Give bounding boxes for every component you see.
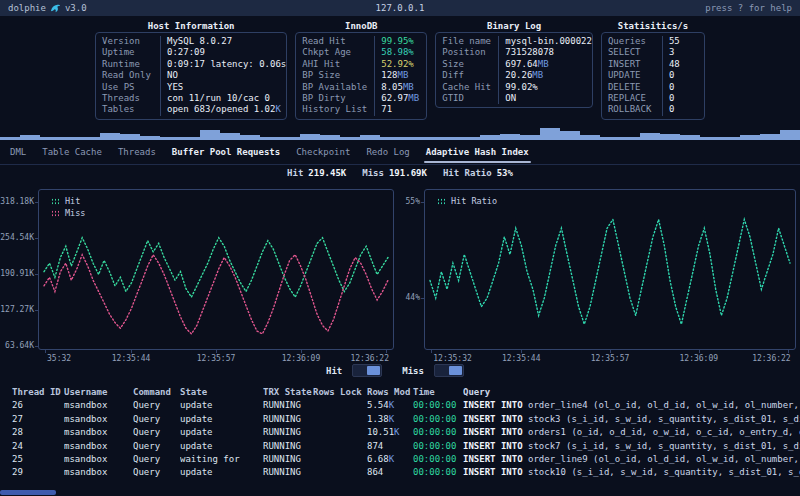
x-axis-tick bbox=[386, 349, 387, 353]
username-cell: msandbox bbox=[64, 426, 133, 439]
panel-row-label: INSERT bbox=[602, 59, 663, 70]
hit-series-switch[interactable] bbox=[352, 364, 382, 377]
panel-row: AHI Hit52.92% bbox=[296, 59, 426, 70]
y-axis-tick bbox=[421, 298, 425, 299]
spark-bar bbox=[660, 134, 680, 140]
process-row[interactable]: 26msandboxQueryupdateRUNNING5.54K00:00:0… bbox=[0, 399, 800, 412]
panel-title: Binary Log bbox=[435, 20, 593, 32]
process-row[interactable]: 28msandboxQueryupdateRUNNING10.51K00:00:… bbox=[0, 426, 800, 439]
tab-dml[interactable]: DML bbox=[10, 147, 26, 157]
processlist-table: Thread IDUsernameCommandStateTRX StateRo… bbox=[0, 381, 800, 480]
panel-row-label: SELECT bbox=[602, 47, 663, 58]
graph-stats-header: Hit219.45K Miss191.69K Hit Ratio53% bbox=[0, 165, 800, 178]
y-axis-tick bbox=[35, 346, 39, 347]
command-cell: Query bbox=[133, 426, 180, 439]
panel-row: Read OnlyNO bbox=[96, 70, 286, 81]
panel-body: File namemysql-bin.000022Position7315280… bbox=[435, 32, 593, 108]
x-axis-tick bbox=[521, 349, 522, 353]
time-cell: 00:00:00 bbox=[413, 453, 463, 466]
state-cell: update bbox=[180, 399, 263, 412]
panel-row-label: BP Available bbox=[296, 82, 375, 93]
panel-row-label: File name bbox=[436, 36, 499, 47]
username-cell: msandbox bbox=[64, 440, 133, 453]
tab-table-cache[interactable]: Table Cache bbox=[42, 147, 102, 157]
panel-row: Queries55 bbox=[602, 36, 704, 47]
y-axis-tick bbox=[35, 238, 39, 239]
app-name: dolphie bbox=[8, 3, 46, 13]
host-address: 127.0.0.1 bbox=[269, 3, 530, 13]
state-cell: update bbox=[180, 426, 263, 439]
y-axis-tick bbox=[421, 202, 425, 203]
spark-bar bbox=[140, 136, 160, 140]
dashboard-panels: Host Information VersionMySQL 8.0.27Upti… bbox=[0, 16, 800, 123]
activity-sparkline bbox=[0, 126, 800, 140]
y-axis-label: 318.18K bbox=[0, 197, 34, 206]
scrollbar-thumb[interactable] bbox=[0, 490, 56, 495]
spark-bar bbox=[640, 133, 660, 140]
value-unit: K bbox=[389, 414, 394, 424]
value-unit: K bbox=[275, 104, 280, 114]
sql-keyword: INSERT INTO bbox=[463, 400, 528, 410]
thread-id-cell: 25 bbox=[12, 453, 64, 466]
processlist-header-row: Thread IDUsernameCommandStateTRX StateRo… bbox=[0, 386, 800, 399]
panel-row: History List71 bbox=[296, 104, 426, 115]
series-dots-icon bbox=[437, 198, 446, 205]
process-row[interactable]: 25msandboxQuerywaiting forRUNNING6.68K00… bbox=[0, 453, 800, 466]
process-row[interactable]: 27msandboxQueryupdateRUNNING1.38K00:00:0… bbox=[0, 413, 800, 426]
miss-series-switch[interactable] bbox=[434, 364, 464, 377]
time-cell: 00:00:00 bbox=[413, 466, 463, 479]
chart-canvas bbox=[425, 190, 795, 349]
innodb-panel: InnoDB Read Hit99.95%Chkpt Age58.98%AHI … bbox=[295, 20, 427, 120]
spark-bar bbox=[160, 137, 180, 140]
miss-stat-label: Miss bbox=[362, 168, 384, 178]
panel-row-value: 99.95% bbox=[375, 36, 414, 47]
value-unit: K bbox=[389, 400, 394, 410]
spark-bar bbox=[80, 137, 100, 140]
panel-row-value: 3 bbox=[663, 47, 674, 58]
sql-keyword: INSERT INTO bbox=[463, 441, 528, 451]
process-row[interactable]: 29msandboxQueryupdateRUNNING86400:00:00I… bbox=[0, 466, 800, 479]
tab-redo-log[interactable]: Redo Log bbox=[366, 147, 409, 157]
spark-bar bbox=[240, 135, 260, 140]
spark-bar bbox=[220, 133, 240, 140]
title-bar: dolphie v3.0 127.0.0.1 press ? for help bbox=[0, 0, 800, 16]
chart-canvas bbox=[39, 190, 393, 349]
chart-legend: Hit Ratio bbox=[437, 196, 497, 206]
spark-bar bbox=[720, 137, 740, 140]
spark-bar bbox=[380, 137, 400, 140]
panel-row-label: Threads bbox=[96, 93, 161, 104]
tab-checkpoint[interactable]: Checkpoint bbox=[296, 147, 350, 157]
panel-row-label: History List bbox=[296, 104, 375, 115]
panel-row-value: con 11/run 10/cac 0 bbox=[161, 93, 270, 104]
process-row[interactable]: 24msandboxQueryupdateRUNNING87400:00:00I… bbox=[0, 440, 800, 453]
rows-lock-cell bbox=[313, 426, 367, 439]
panel-body: Read Hit99.95%Chkpt Age58.98%AHI Hit52.9… bbox=[295, 32, 427, 120]
hit-stat-value: 219.45K bbox=[308, 168, 346, 178]
panel-row-label: Use PS bbox=[96, 82, 161, 93]
title-bar-left: dolphie v3.0 bbox=[8, 3, 269, 14]
tab-adaptive-hash-index[interactable]: Adaptive Hash Index bbox=[426, 147, 529, 157]
legend-label: Hit bbox=[65, 196, 80, 206]
panel-row-label: Diff bbox=[436, 70, 499, 81]
legend-item: Miss bbox=[51, 208, 85, 218]
panel-row: File namemysql-bin.000022 bbox=[436, 36, 592, 47]
spark-bar bbox=[500, 134, 520, 140]
panel-row: Read Hit99.95% bbox=[296, 36, 426, 47]
panel-row-value: 62.97MB bbox=[375, 93, 419, 104]
statistics-panel: Statisitics/s Queries55SELECT3INSERT48UP… bbox=[601, 20, 705, 120]
hit-ratio-stat-label: Hit Ratio bbox=[443, 168, 492, 178]
x-axis-tick bbox=[431, 349, 432, 353]
query-cell: INSERT INTO stock7 (s_i_id, s_w_id, s_qu… bbox=[463, 440, 800, 453]
panel-row-value: NO bbox=[161, 70, 178, 81]
tab-threads[interactable]: Threads bbox=[118, 147, 156, 157]
query-cell: INSERT INTO orders1 (o_id, o_d_id, o_w_i… bbox=[463, 426, 800, 439]
spark-bar bbox=[100, 133, 120, 140]
horizontal-scrollbar[interactable] bbox=[0, 489, 800, 496]
state-cell: update bbox=[180, 466, 263, 479]
panel-row: Runtime0:09:17 latency: 0.06s bbox=[96, 59, 286, 70]
thread-id-cell: 26 bbox=[12, 399, 64, 412]
panel-row-value: 697.64MB bbox=[499, 59, 548, 70]
column-header: Rows Mod bbox=[367, 386, 413, 399]
panel-row-value: 20.26MB bbox=[499, 70, 543, 81]
tab-buffer-pool-requests[interactable]: Buffer Pool Requests bbox=[172, 147, 280, 157]
